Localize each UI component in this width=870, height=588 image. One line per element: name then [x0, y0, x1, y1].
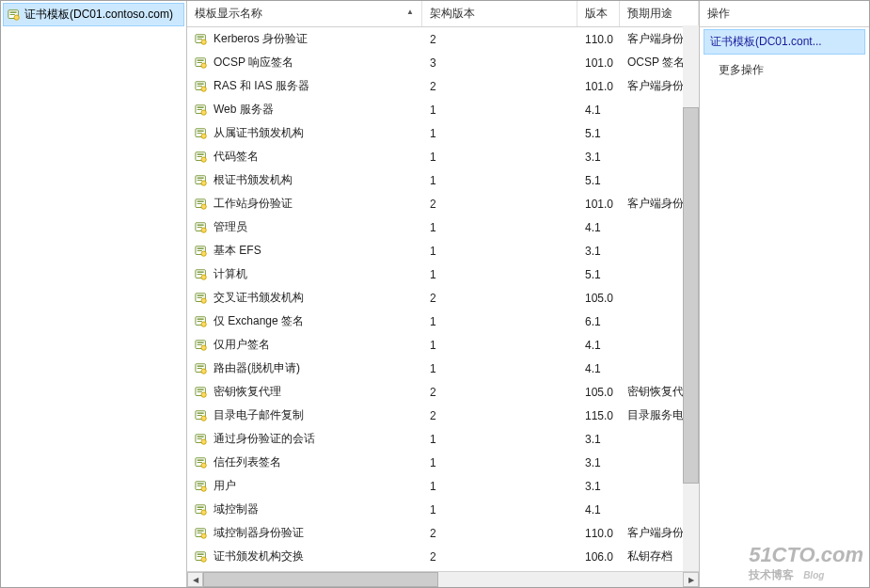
certificate-icon — [195, 127, 208, 140]
vscroll-track[interactable] — [683, 25, 699, 571]
table-row[interactable]: 工作站身份验证2101.0客户端身份验证 — [187, 192, 699, 215]
cell-arch: 2 — [422, 525, 577, 542]
watermark-line1: 51CTO.com — [749, 543, 863, 567]
svg-point-51 — [201, 298, 206, 303]
svg-rect-69 — [198, 412, 204, 413]
col-header-version[interactable]: 版本 — [577, 1, 620, 26]
table-row[interactable]: 基本 EFS13.1 — [187, 239, 699, 262]
table-row[interactable]: 证书颁发机构交换2106.0私钥存档 — [187, 545, 699, 568]
action-more[interactable]: 更多操作 — [700, 56, 869, 84]
cell-name: 路由器(脱机申请) — [187, 358, 422, 378]
cell-name: 目录电子邮件复制 — [187, 405, 422, 425]
cell-arch: 1 — [422, 172, 577, 189]
svg-rect-77 — [198, 459, 204, 460]
table-row[interactable]: 密钥恢复代理2105.0密钥恢复代理 — [187, 380, 699, 404]
table-row[interactable]: Web 服务器14.1 — [187, 98, 699, 121]
table-row[interactable]: RAS 和 IAS 服务器2101.0客户端身份验证 — [187, 74, 699, 98]
cell-version: 101.0 — [577, 196, 620, 213]
cell-name: 交叉证书颁发机构 — [187, 288, 422, 308]
table-row[interactable]: Kerberos 身份验证2110.0客户端身份验证 — [187, 27, 699, 51]
svg-rect-1 — [10, 11, 17, 12]
cell-name: 仅用户签名 — [187, 335, 422, 355]
cell-version: 3.1 — [577, 454, 620, 471]
table-row[interactable]: 从属证书颁发机构15.1 — [187, 121, 699, 145]
svg-rect-62 — [198, 368, 202, 369]
svg-rect-58 — [198, 344, 202, 345]
cell-name: 用户 — [187, 476, 422, 496]
table-row[interactable]: 域控制器身份验证2110.0客户端身份验证 — [187, 521, 699, 545]
app-window: 证书模板(DC01.contoso.com) 模板显示名称 架构版本 版本 预期… — [0, 0, 870, 588]
table-row[interactable]: 仅用户签名14.1 — [187, 333, 699, 357]
svg-rect-90 — [198, 532, 202, 533]
svg-point-3 — [14, 15, 19, 20]
svg-point-75 — [201, 439, 206, 444]
cell-version: 3.1 — [577, 149, 620, 166]
table-row[interactable]: 交叉证书颁发机构2105.0 — [187, 286, 699, 310]
cell-name: 域控制器 — [187, 500, 422, 519]
content-pane: 模板显示名称 架构版本 版本 预期用途 Kerberos 身份验证2110.0客… — [187, 1, 700, 587]
vscroll-thumb[interactable] — [683, 107, 699, 484]
cell-version: 101.0 — [577, 55, 620, 72]
certificate-icon — [195, 339, 208, 352]
cell-arch: 1 — [422, 243, 577, 260]
cell-arch: 2 — [422, 196, 577, 213]
table-row[interactable]: OCSP 响应签名3101.0OCSP 签名 — [187, 51, 699, 74]
cell-arch: 1 — [422, 125, 577, 142]
tree-node-cert-templates[interactable]: 证书模板(DC01.contoso.com) — [3, 3, 184, 26]
col-header-arch[interactable]: 架构版本 — [422, 1, 577, 26]
svg-rect-5 — [198, 36, 204, 37]
table-row[interactable]: 管理员14.1 — [187, 215, 699, 239]
cell-arch: 2 — [422, 78, 577, 95]
svg-rect-82 — [198, 485, 202, 486]
hscroll-right-button[interactable]: ▶ — [683, 572, 699, 587]
table-row[interactable]: 根证书颁发机构15.1 — [187, 168, 699, 192]
table-row[interactable]: 路由器(脱机申请)14.1 — [187, 357, 699, 380]
table-row[interactable]: 域控制器14.1 — [187, 498, 699, 521]
cell-version: 106.0 — [577, 548, 620, 565]
cell-name: 证书颁发机构交换 — [187, 547, 422, 566]
certificate-icon — [195, 103, 208, 117]
horizontal-scrollbar[interactable]: ◀ ▶ — [187, 571, 699, 587]
cell-arch: 2 — [422, 384, 577, 401]
svg-rect-14 — [198, 86, 202, 87]
svg-rect-53 — [198, 318, 204, 319]
cell-name: 信任列表签名 — [187, 453, 422, 472]
table-row[interactable]: 仅 Exchange 签名16.1 — [187, 310, 699, 333]
svg-rect-21 — [198, 130, 204, 131]
certificate-icon — [195, 480, 208, 493]
hscroll-track[interactable] — [203, 572, 683, 587]
action-context-title[interactable]: 证书模板(DC01.cont... — [704, 29, 865, 55]
svg-rect-45 — [198, 271, 204, 272]
table-row[interactable]: 通过身份验证的会话13.1 — [187, 427, 699, 451]
svg-rect-50 — [198, 297, 202, 298]
svg-rect-46 — [198, 274, 202, 275]
table-row[interactable]: 计算机15.1 — [187, 262, 699, 286]
table-row[interactable]: 用户13.1 — [187, 474, 699, 498]
svg-point-55 — [201, 322, 206, 326]
svg-rect-66 — [198, 391, 202, 392]
hscroll-thumb[interactable] — [203, 572, 438, 587]
col-header-intended-use[interactable]: 预期用途 — [620, 1, 699, 26]
table-row[interactable]: 目录电子邮件复制2115.0目录服务电子邮 — [187, 404, 699, 427]
certificate-icon — [195, 433, 208, 446]
certificate-icon — [195, 174, 208, 187]
col-header-name[interactable]: 模板显示名称 — [187, 1, 422, 26]
cell-name: 根证书颁发机构 — [187, 170, 422, 190]
table-row[interactable]: 信任列表签名13.1 — [187, 451, 699, 474]
table-row[interactable]: 代码签名13.1 — [187, 145, 699, 168]
cell-arch: 1 — [422, 360, 577, 377]
cell-name: 密钥恢复代理 — [187, 382, 422, 402]
vertical-scrollbar[interactable] — [683, 25, 699, 571]
cell-version: 6.1 — [577, 313, 620, 330]
cell-name: 管理员 — [187, 217, 422, 237]
svg-point-59 — [201, 345, 206, 350]
cell-name: RAS 和 IAS 服务器 — [187, 76, 422, 96]
svg-rect-94 — [198, 556, 202, 557]
svg-rect-74 — [198, 438, 202, 439]
svg-rect-26 — [198, 156, 202, 157]
cell-version: 3.1 — [577, 431, 620, 448]
hscroll-left-button[interactable]: ◀ — [187, 572, 203, 587]
svg-point-11 — [201, 63, 206, 68]
svg-rect-18 — [198, 109, 202, 110]
svg-rect-70 — [198, 415, 202, 416]
